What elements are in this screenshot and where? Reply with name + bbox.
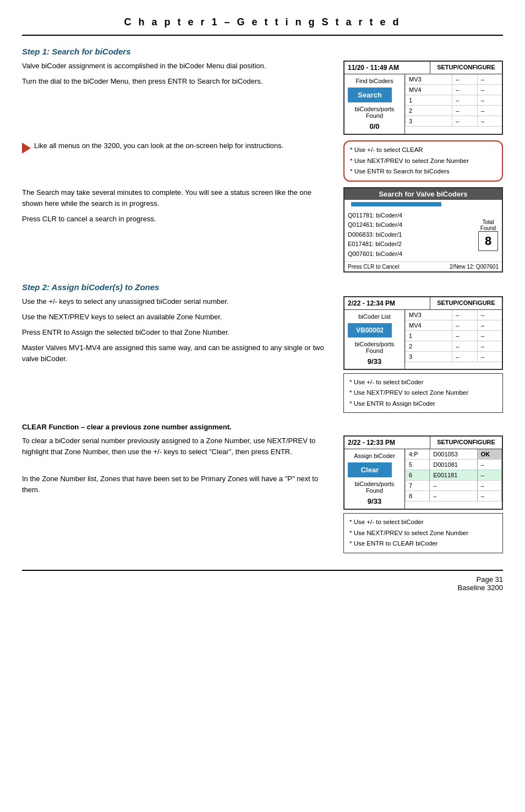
- device-right-2: MV3–– MV4–– 1–– 2–– 3––: [405, 310, 502, 369]
- help2-line2: * Use NEXT/PREV to select Zone Number: [349, 388, 497, 399]
- footer-page: Page 31: [477, 575, 503, 584]
- search-progress-screen: Search for Valve biCoders Q011781: biCod…: [343, 187, 503, 273]
- device-time-1: 11/20 - 11:49 AM: [344, 62, 430, 74]
- serial-num: –: [430, 481, 477, 491]
- step2-device-col: 2/22 - 12:34 PM SETUP/CONFIGURE biCoder …: [343, 296, 503, 413]
- zone-val1: –: [452, 351, 478, 362]
- table-row: MV3––: [406, 74, 502, 85]
- device-header-2: 2/22 - 12:34 PM SETUP/CONFIGURE: [344, 297, 502, 310]
- device-body-2: biCoder List VB00002 biCoders/portsFound…: [344, 310, 502, 369]
- zone-val2: –: [477, 351, 502, 362]
- zone-val1: –: [452, 320, 478, 330]
- clear-button[interactable]: Clear: [348, 462, 392, 477]
- step1-text-col2: Like all menus on the 3200, you can look…: [22, 140, 332, 160]
- step1-section: Step 1: Search for biCoders Valve biCode…: [22, 47, 503, 273]
- search-results-list: Q011781: biCoder/4 Q012461: biCoder/4 D0…: [344, 209, 472, 261]
- progress-bar: [351, 202, 441, 206]
- zone-label: 1: [406, 95, 452, 106]
- zone-val2: –: [477, 116, 502, 127]
- clear-section: CLEAR Function – clear a previous zone n…: [22, 423, 503, 553]
- step2-title: Step 2: Assign biCoder(s) to Zones: [22, 282, 503, 292]
- vb-button[interactable]: VB00002: [348, 323, 392, 337]
- search-footer: Press CLR to Cancel 2/New 12: Q007601: [344, 261, 502, 271]
- progress-col: Search for Valve biCoders Q011781: biCod…: [343, 187, 503, 273]
- count-1: 0/0: [348, 122, 401, 130]
- bicoders-label-2: biCoders/portsFound: [348, 341, 401, 354]
- device-body-3: Assign biCoder Clear biCoders/portsFound…: [344, 449, 502, 509]
- zone-val2: –: [477, 74, 502, 85]
- page-title: C h a p t e r 1 – G e t t i n g S t a r …: [22, 11, 503, 36]
- serial-num: –: [430, 491, 477, 502]
- clear-para1: To clear a biCoder serial number previou…: [22, 435, 332, 457]
- zone-val2: –: [477, 85, 502, 95]
- result-2: Q012461: biCoder/4: [348, 220, 469, 230]
- zone-label: MV4: [406, 320, 452, 330]
- step2-para1: Use the +/- keys to select any unassigne…: [22, 296, 332, 307]
- progress-bar-container: [348, 202, 499, 206]
- step2-text-col: Use the +/- keys to select any unassigne…: [22, 296, 332, 413]
- bicoders-label-1: biCoders/portsFound: [348, 106, 401, 119]
- table-row: 5 D001081 –: [406, 460, 502, 470]
- step1-text-col: Valve biCoder assignment is accomplished…: [22, 61, 332, 135]
- help-line1: * Use +/- to select CLEAR: [350, 145, 496, 156]
- device-header-3: 2/22 - 12:33 PM SETUP/CONFIGURE: [344, 437, 502, 449]
- zone-val2: –: [477, 95, 502, 106]
- zone-val2: –: [477, 341, 502, 351]
- search-para2: Press CLR to cancel a search in progress…: [22, 214, 332, 225]
- table-row: 8 – –: [406, 491, 502, 502]
- search-text-col: The Search may take several minutes to c…: [22, 187, 332, 273]
- zone-label: MV3: [406, 74, 452, 85]
- search-button[interactable]: Search: [348, 88, 392, 102]
- zone-num: 5: [406, 460, 430, 470]
- table-row: 2––: [406, 106, 502, 116]
- serial-num: E001181: [430, 470, 477, 481]
- zone-label: 3: [406, 116, 452, 127]
- zone-val2: –: [477, 320, 502, 330]
- device-mode-3: SETUP/CONFIGURE: [430, 437, 502, 449]
- serial-num: D001053: [430, 449, 477, 460]
- device-body-1: Find biCoders Search biCoders/portsFound…: [344, 74, 502, 134]
- zone-num: 8: [406, 491, 430, 502]
- bicoders-label-3: biCoders/portsFound: [348, 481, 401, 494]
- zone-label: MV3: [406, 310, 452, 320]
- device-left-2: biCoder List VB00002 biCoders/portsFound…: [344, 310, 405, 369]
- search-total: Total Found 8: [474, 209, 502, 261]
- clear-title: CLEAR Function – clear a previous zone n…: [22, 423, 503, 431]
- zone-label: 2: [406, 341, 452, 351]
- list-label: biCoder List: [348, 313, 401, 320]
- zone-val1: –: [452, 95, 478, 106]
- search-progress-title: Search for Valve biCoders: [344, 188, 502, 200]
- count-3: 9/33: [348, 497, 401, 505]
- help-box-1: * Use +/- to select CLEAR * Use NEXT/PRE…: [343, 140, 503, 182]
- status-cell: –: [477, 460, 501, 470]
- table-row: 1––: [406, 330, 502, 341]
- step1-para1: Valve biCoder assignment is accomplished…: [22, 61, 332, 72]
- step2-para3: Press ENTR to Assign the selected biCode…: [22, 327, 332, 338]
- footer: Page 31 Baseline 3200: [22, 570, 503, 592]
- zone-num: 7: [406, 481, 430, 491]
- zone-label: 2: [406, 106, 452, 116]
- zone-label: MV4: [406, 85, 452, 95]
- zone-val1: –: [452, 341, 478, 351]
- device-screen-3: 2/22 - 12:33 PM SETUP/CONFIGURE Assign b…: [343, 435, 503, 510]
- step1-para3: Like all menus on the 3200, you can look…: [34, 140, 283, 151]
- device-table-2: MV3–– MV4–– 1–– 2–– 3––: [405, 310, 502, 362]
- result-3: D006833: biCoder/1: [348, 230, 469, 240]
- help-col: * Use +/- to select CLEAR * Use NEXT/PRE…: [343, 140, 503, 182]
- step2-para2: Use the NEXT/PREV keys to select an avai…: [22, 312, 332, 323]
- help-line2: * Use NEXT/PREV to select Zone Number: [350, 156, 496, 167]
- table-row-highlight: 6 E001181 –: [406, 470, 502, 481]
- zone-val1: –: [452, 310, 478, 320]
- total-label: Total Found: [477, 219, 500, 231]
- zone-num: 4:P: [406, 449, 430, 460]
- step1-para2: Turn the dial to the biCoder Menu, then …: [22, 76, 332, 87]
- status-cell: –: [477, 470, 501, 481]
- zone-val2: –: [477, 106, 502, 116]
- step2-para4: Master Valves MV1-MV4 are assigned this …: [22, 342, 332, 364]
- zone-val1: –: [452, 116, 478, 127]
- help2-line1: * Use +/- to select biCoder: [349, 377, 497, 388]
- assign-table: 4:P D001053 OK 5 D001081 – 6: [405, 449, 502, 502]
- help3-line1: * Use +/- to select biCoder: [349, 517, 497, 528]
- zone-val2: –: [477, 330, 502, 341]
- clear-device-col: 2/22 - 12:33 PM SETUP/CONFIGURE Assign b…: [343, 435, 503, 553]
